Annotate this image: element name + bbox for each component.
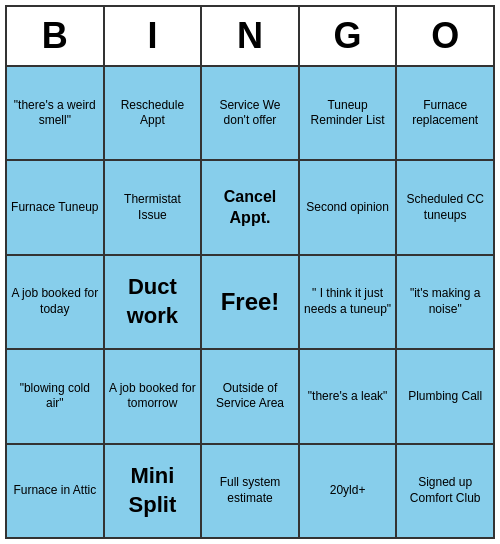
bingo-header-letter: O [397,7,493,65]
bingo-cell[interactable]: Plumbing Call [397,350,493,442]
bingo-cell[interactable]: Furnace in Attic [7,445,105,537]
bingo-row: Furnace TuneupThermistat IssueCancel App… [7,161,493,255]
bingo-cell[interactable]: Second opinion [300,161,398,253]
bingo-cell[interactable]: A job booked for tomorrow [105,350,203,442]
bingo-cell[interactable]: Cancel Appt. [202,161,300,253]
bingo-header-letter: G [300,7,398,65]
bingo-cell[interactable]: Signed up Comfort Club [397,445,493,537]
bingo-cell[interactable]: Scheduled CC tuneups [397,161,493,253]
bingo-cell[interactable]: Thermistat Issue [105,161,203,253]
bingo-cell[interactable]: Free! [202,256,300,348]
bingo-cell[interactable]: "it's making a noise" [397,256,493,348]
bingo-cell[interactable]: Service We don't offer [202,67,300,159]
bingo-cell[interactable]: 20yld+ [300,445,398,537]
bingo-cell[interactable]: Mini Split [105,445,203,537]
bingo-row: Furnace in AtticMini SplitFull system es… [7,445,493,537]
bingo-row: A job booked for todayDuct workFree!" I … [7,256,493,350]
bingo-cell[interactable]: Full system estimate [202,445,300,537]
bingo-cell[interactable]: Outside of Service Area [202,350,300,442]
bingo-cell[interactable]: Furnace Tuneup [7,161,105,253]
bingo-cell[interactable]: Tuneup Reminder List [300,67,398,159]
bingo-cell[interactable]: A job booked for today [7,256,105,348]
bingo-body: "there's a weird smell"Reschedule ApptSe… [7,67,493,537]
bingo-header-letter: N [202,7,300,65]
bingo-header-letter: B [7,7,105,65]
bingo-header-letter: I [105,7,203,65]
bingo-cell[interactable]: Duct work [105,256,203,348]
bingo-cell[interactable]: "there's a weird smell" [7,67,105,159]
bingo-row: "there's a weird smell"Reschedule ApptSe… [7,67,493,161]
bingo-card: BINGO "there's a weird smell"Reschedule … [5,5,495,539]
bingo-cell[interactable]: "there's a leak" [300,350,398,442]
bingo-row: "blowing cold air"A job booked for tomor… [7,350,493,444]
bingo-cell[interactable]: Furnace replacement [397,67,493,159]
bingo-cell[interactable]: "blowing cold air" [7,350,105,442]
bingo-header: BINGO [7,7,493,67]
bingo-cell[interactable]: Reschedule Appt [105,67,203,159]
bingo-cell[interactable]: " I think it just needs a tuneup" [300,256,398,348]
